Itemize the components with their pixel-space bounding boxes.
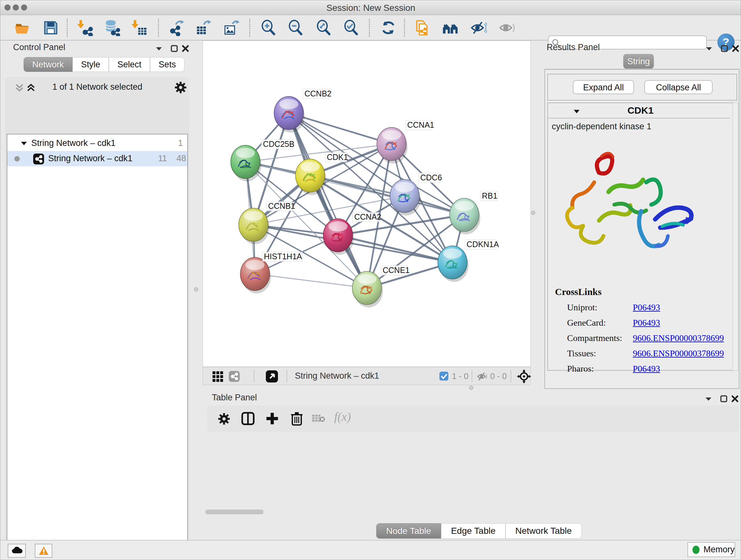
expand-collapse-bar: Expand All Collapse All	[547, 74, 737, 101]
network-node-RB1[interactable]	[450, 198, 480, 234]
table-settings-gear-icon[interactable]	[217, 412, 231, 426]
save-session-icon[interactable]	[43, 19, 59, 36]
float-panel-icon[interactable]	[704, 43, 715, 54]
zoom-selected-icon[interactable]	[343, 19, 360, 36]
collection-expand-icon[interactable]	[19, 139, 28, 148]
import-table-from-file-icon[interactable]	[131, 19, 148, 36]
tab-string[interactable]: String	[623, 54, 654, 69]
crosslink-link[interactable]: P06493	[633, 318, 660, 328]
network-node-CDKN1A[interactable]	[438, 246, 468, 282]
close-panel-icon[interactable]	[180, 43, 191, 54]
detach-view-icon[interactable]	[266, 370, 278, 383]
network-node-CCNE1[interactable]	[352, 271, 383, 307]
float-panel-icon[interactable]	[153, 43, 164, 54]
export-network-icon[interactable]	[168, 19, 185, 36]
node-label-HIST1H1A: HIST1H1A	[262, 252, 302, 261]
network-row[interactable]: String Network – cdk1 11 48	[7, 151, 187, 166]
collapse-section-icon[interactable]	[572, 107, 581, 116]
collapse-all-icon[interactable]	[14, 82, 25, 94]
maximize-panel-icon[interactable]	[169, 43, 180, 54]
network-node-CDC25B[interactable]	[231, 145, 261, 181]
network-graph[interactable]: CCNB2CCNA1CDC25BCDK1CDC6RB1CCNB1CCNA2CDK…	[203, 41, 530, 367]
expand-all-button[interactable]: Expand All	[573, 80, 634, 94]
network-view-title: String Network – cdk1	[295, 371, 379, 381]
results-scrollbar[interactable]	[733, 103, 738, 371]
network-node-CCNA1[interactable]	[377, 127, 408, 164]
selected-checkbox-icon[interactable]	[439, 371, 449, 381]
network-node-HIST1H1A[interactable]	[240, 257, 271, 294]
network-node-CDK1[interactable]	[295, 159, 326, 195]
zoom-out-icon[interactable]	[287, 19, 304, 36]
table-hscrollbar[interactable]	[205, 509, 264, 514]
network-type-icon	[33, 153, 44, 165]
first-neighbors-icon[interactable]	[442, 19, 459, 36]
crosslink-link[interactable]: P06493	[633, 364, 660, 374]
collapse-all-button[interactable]: Collapse All	[644, 80, 713, 94]
close-panel-icon[interactable]	[730, 43, 741, 54]
show-all-icon[interactable]	[499, 19, 515, 36]
toolbar-separator	[67, 19, 68, 37]
bottom-splitter-handle[interactable]	[469, 386, 473, 390]
hide-selected-icon[interactable]	[470, 19, 487, 36]
close-panel-icon[interactable]	[730, 393, 740, 404]
viewbar-separator	[472, 370, 472, 382]
crosslink-label: Compartments:	[567, 333, 633, 343]
cloud-status-button[interactable]	[8, 544, 26, 558]
export-image-icon[interactable]	[223, 19, 240, 36]
warning-status-button[interactable]	[35, 544, 52, 558]
maximize-panel-icon[interactable]	[719, 43, 730, 54]
tab-node-table[interactable]: Node Table	[376, 523, 441, 539]
tab-sets[interactable]: Sets	[150, 57, 185, 72]
grid-view-icon[interactable]	[212, 371, 223, 382]
right-splitter-handle[interactable]	[531, 211, 535, 215]
table-tabs: Node TableEdge TableNetwork Table	[376, 523, 582, 539]
left-splitter-handle[interactable]	[194, 287, 198, 292]
collection-label: String Network – cdk1	[31, 138, 116, 148]
status-bar: Memory	[0, 540, 741, 560]
export-table-icon[interactable]	[195, 19, 212, 36]
tab-select[interactable]: Select	[109, 57, 150, 72]
protein-description: cyclin-dependent kinase 1	[552, 122, 651, 132]
crosslink-link[interactable]: P06493	[633, 302, 660, 313]
network-options-gear-icon[interactable]	[174, 81, 187, 94]
node-label-CCNB1: CCNB1	[266, 201, 295, 211]
tab-edge-table[interactable]: Edge Table	[441, 523, 506, 539]
network-edge[interactable]	[255, 274, 367, 288]
network-node-CCNA2[interactable]	[323, 219, 354, 255]
delete-columns-icon[interactable]	[289, 411, 304, 426]
crosslink-row: Pharos:P06493	[567, 361, 733, 376]
refresh-icon[interactable]	[380, 19, 397, 36]
fit-selected-crosshair-icon[interactable]	[517, 369, 531, 383]
network-canvas[interactable]: CCNB2CCNA1CDC25BCDK1CDC6RB1CCNB1CCNA2CDK…	[203, 41, 531, 367]
crosslink-label: Tissues:	[567, 348, 633, 359]
clone-network-icon[interactable]	[414, 19, 430, 36]
protein-card-header[interactable]: CDK1	[548, 103, 730, 118]
tab-network-table[interactable]: Network Table	[506, 523, 582, 539]
crosslink-link[interactable]: 9606.ENSP00000378699	[633, 333, 724, 343]
results-panel: Results Panel String Expand All Collapse…	[535, 41, 741, 389]
network-collection-row[interactable]: String Network – cdk1 1	[7, 136, 187, 151]
node-label-CCNE1: CCNE1	[381, 266, 410, 275]
network-edge[interactable]	[289, 113, 367, 288]
protein-card: CDK1 cyclin-dependent kinase 1	[547, 103, 737, 371]
show-hide-columns-icon[interactable]	[241, 412, 255, 426]
tab-style[interactable]: Style	[72, 57, 109, 72]
zoom-in-icon[interactable]	[260, 19, 277, 36]
table-toolbar: f(x)	[207, 405, 739, 432]
node-label-CDKN1A: CDKN1A	[465, 240, 499, 249]
float-panel-icon[interactable]	[703, 393, 714, 404]
network-node-CCNB2[interactable]	[274, 97, 305, 132]
memory-button[interactable]: Memory	[687, 542, 735, 557]
svg-text:CCNE1: CCNE1	[383, 266, 410, 274]
viewbar-separator	[286, 370, 287, 382]
import-network-from-file-icon[interactable]	[77, 19, 93, 36]
tab-network[interactable]: Network	[23, 57, 72, 72]
crosslink-link[interactable]: 9606.ENSP00000378699	[633, 348, 724, 359]
zoom-fit-icon[interactable]	[316, 19, 332, 36]
create-column-icon[interactable]	[265, 412, 279, 426]
open-session-icon[interactable]	[14, 19, 30, 36]
crosslink-label: GeneCard:	[567, 318, 633, 328]
import-network-from-database-icon[interactable]	[104, 19, 120, 36]
maximize-panel-icon[interactable]	[718, 393, 729, 404]
network-view-icon[interactable]	[228, 371, 240, 382]
